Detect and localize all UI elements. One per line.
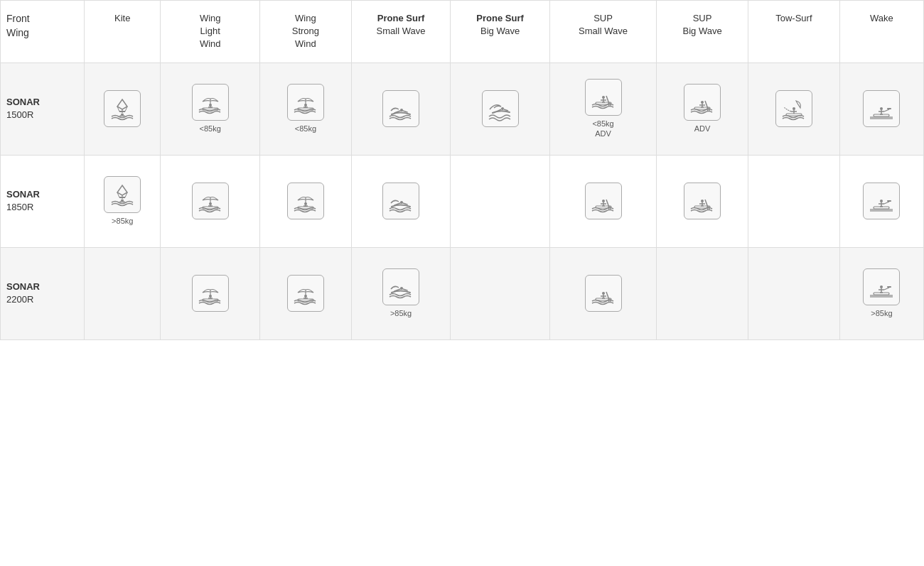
header-wing-light: Wing Light Wind xyxy=(161,1,260,63)
svg-point-18 xyxy=(602,96,605,99)
cell-sup_big xyxy=(657,155,748,247)
icon-sup_wave xyxy=(684,183,721,219)
cell-badge: <85kg xyxy=(295,124,316,134)
icon-sup_wave xyxy=(684,84,721,121)
cell-sup_big xyxy=(657,247,748,339)
icon-prone_small xyxy=(382,90,419,127)
cell-badge: >85kg xyxy=(871,308,892,318)
cell-sup_big: ADV xyxy=(657,62,748,155)
icon-kite xyxy=(104,90,141,127)
icon-sup_wave xyxy=(585,275,622,312)
header-prone-big: Prone Surf Big Wave xyxy=(451,1,550,63)
cell-prone_small: >85kg xyxy=(351,247,451,339)
icon-kite xyxy=(104,176,141,213)
icon-wake xyxy=(863,268,900,305)
svg-point-16 xyxy=(501,107,504,110)
cell-wing_strong xyxy=(259,247,351,339)
cell-wing_strong: <85kg xyxy=(259,62,351,155)
cell-prone_small xyxy=(351,62,451,155)
cell-badge: <85kg xyxy=(200,124,221,134)
svg-line-108 xyxy=(884,288,889,290)
cell-tow xyxy=(748,247,839,339)
cell-wake xyxy=(839,62,923,155)
icon-prone_big xyxy=(482,90,519,127)
cell-wing_light xyxy=(161,247,260,339)
icon-wing_sup xyxy=(192,275,229,312)
svg-line-81 xyxy=(884,202,889,204)
product-name-cell: SONAR1850R xyxy=(1,155,85,247)
product-name-cell: SONAR1500R xyxy=(1,62,85,155)
icon-wing_sup xyxy=(192,183,229,219)
header-front-wing: Front Wing xyxy=(1,1,85,63)
cell-kite: >85kg xyxy=(85,155,161,247)
svg-rect-31 xyxy=(786,114,802,116)
header-prone-small: Prone Surf Small Wave xyxy=(351,1,451,63)
cell-prone_big xyxy=(451,247,550,339)
icon-wake xyxy=(863,183,900,219)
cell-sup_small xyxy=(549,155,656,247)
table-row: SONAR2200R xyxy=(1,247,924,339)
cell-tow xyxy=(748,155,839,247)
cell-prone_big xyxy=(451,62,550,155)
svg-point-25 xyxy=(701,101,704,104)
header-sup-small: SUP Small Wave xyxy=(549,1,656,63)
cell-sup_small: <85kgADV xyxy=(549,62,656,155)
icon-wake xyxy=(863,90,900,127)
cell-badge: ADV xyxy=(694,124,711,134)
cell-wing_light xyxy=(161,155,260,247)
icon-sup_wave xyxy=(585,79,622,116)
header-row: Front Wing Kite Wing Light Wind Wing Str… xyxy=(1,1,924,63)
cell-prone_big xyxy=(451,155,550,247)
icon-wing_sup xyxy=(192,84,229,121)
table-row: SONAR1850R >85kg xyxy=(1,155,924,247)
svg-point-68 xyxy=(701,200,704,202)
svg-point-104 xyxy=(880,285,883,288)
cell-wake xyxy=(839,155,923,247)
cell-wing_strong xyxy=(259,155,351,247)
header-sup-big: SUP Big Wave xyxy=(657,1,748,63)
svg-point-77 xyxy=(880,200,883,202)
icon-sup_wave xyxy=(585,183,622,219)
cell-kite xyxy=(85,62,161,155)
compatibility-table: Front Wing Kite Wing Light Wind Wing Str… xyxy=(0,0,924,566)
svg-line-42 xyxy=(884,109,889,111)
icon-prone_small xyxy=(382,268,419,305)
header-wake: Wake xyxy=(839,1,923,63)
cell-badge: >85kg xyxy=(390,308,412,318)
header-wing-strong: Wing Strong Wind xyxy=(259,1,351,63)
icon-wing_sup xyxy=(287,84,324,121)
product-name-cell: SONAR2200R xyxy=(1,247,85,339)
icon-wing_sup xyxy=(287,275,324,312)
svg-point-95 xyxy=(602,292,605,295)
header-tow-surf: Tow-Surf xyxy=(748,1,839,63)
cell-wake: >85kg xyxy=(839,247,923,339)
cell-sup_small xyxy=(549,247,656,339)
svg-point-32 xyxy=(793,107,795,110)
cell-kite xyxy=(85,247,161,339)
cell-wing_light: <85kg xyxy=(161,62,260,155)
svg-point-61 xyxy=(602,200,605,202)
icon-prone_small xyxy=(382,183,419,219)
table-row: SONAR1500R xyxy=(1,62,924,155)
icon-wing_sup xyxy=(287,183,324,219)
cell-prone_small xyxy=(351,155,451,247)
cell-tow xyxy=(748,62,839,155)
icon-tow xyxy=(775,90,812,127)
svg-point-38 xyxy=(880,107,883,110)
cell-badge: >85kg xyxy=(112,216,133,226)
cell-badge: <85kgADV xyxy=(592,119,613,139)
header-kite: Kite xyxy=(85,1,161,63)
